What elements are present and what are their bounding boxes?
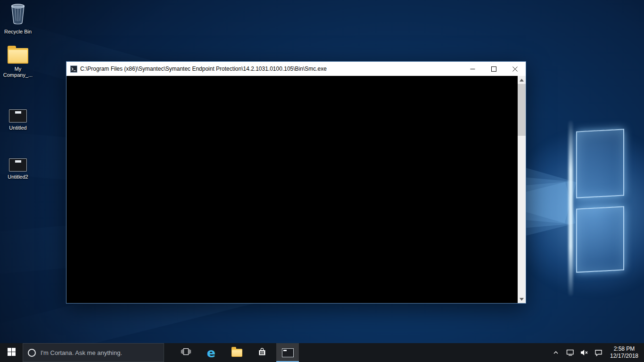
close-button[interactable]: [504, 62, 526, 76]
scroll-thumb[interactable]: [518, 84, 526, 136]
console-shortcut-icon: [9, 158, 27, 172]
taskbar-apps: e: [174, 343, 299, 362]
hidden-icons-chevron[interactable]: [550, 343, 562, 362]
store-button[interactable]: [251, 343, 273, 362]
task-view-button[interactable]: [174, 343, 197, 362]
desktop-icon-untitled[interactable]: Untitled: [1, 109, 35, 131]
file-explorer-icon: [231, 349, 242, 357]
store-icon: [258, 347, 266, 358]
console-taskbar-button[interactable]: [276, 343, 299, 362]
clock-date: 12/17/2018: [610, 353, 638, 360]
wallpaper-windows-logo-pane: [576, 206, 624, 272]
system-tray: 2:58 PM 12/17/2018: [550, 343, 644, 362]
console-window: C:\Program Files (x86)\Symantec\Symantec…: [66, 61, 526, 304]
wallpaper-windows-logo-edge: [569, 121, 573, 296]
network-icon[interactable]: [564, 343, 576, 362]
windows-logo-icon: [8, 348, 16, 358]
file-explorer-button[interactable]: [225, 343, 248, 362]
desktop-icon-recycle-bin[interactable]: Recycle Bin: [1, 3, 35, 35]
edge-icon: e: [207, 346, 215, 359]
scroll-down-arrow[interactable]: [518, 295, 526, 303]
volume-muted-icon[interactable]: [578, 343, 590, 362]
window-controls: [462, 62, 526, 76]
start-button[interactable]: [0, 343, 23, 362]
taskbar: I'm Cortana. Ask me anything. e: [0, 343, 644, 362]
desktop-icon-label: Recycle Bin: [4, 29, 32, 35]
minimize-button[interactable]: [462, 62, 483, 76]
vertical-scrollbar[interactable]: [518, 76, 526, 303]
wallpaper-windows-logo-pane: [576, 129, 624, 198]
desktop-icon-label: Untitled: [9, 125, 26, 131]
clock-time: 2:58 PM: [614, 346, 635, 353]
cortana-icon: [28, 349, 36, 357]
console-output[interactable]: [66, 76, 518, 303]
cortana-search-box[interactable]: I'm Cortana. Ask me anything.: [23, 343, 164, 362]
console-app-icon: [70, 66, 77, 73]
folder-icon: [8, 48, 28, 64]
cortana-placeholder-text: I'm Cortana. Ask me anything.: [41, 349, 122, 356]
desktop-icon-untitled2[interactable]: Untitled2: [1, 158, 35, 180]
taskbar-clock[interactable]: 2:58 PM 12/17/2018: [606, 343, 642, 362]
action-center-icon[interactable]: [592, 343, 604, 362]
desktop-icon-label: Untitled2: [8, 174, 28, 180]
desktop: Recycle Bin My Company_... Untitled Unti…: [0, 0, 644, 362]
desktop-icon-my-company-folder[interactable]: My Company_...: [1, 46, 35, 78]
title-bar[interactable]: C:\Program Files (x86)\Symantec\Symantec…: [66, 62, 526, 76]
task-view-icon: [181, 348, 191, 357]
maximize-button[interactable]: [483, 62, 504, 76]
scroll-up-arrow[interactable]: [518, 76, 526, 84]
edge-button[interactable]: e: [200, 343, 223, 362]
console-shortcut-icon: [9, 109, 27, 123]
console-taskbar-icon: [282, 348, 294, 357]
window-title: C:\Program Files (x86)\Symantec\Symantec…: [80, 66, 462, 72]
recycle-bin-icon: [9, 3, 27, 26]
desktop-icon-label: My Company_...: [1, 66, 35, 78]
